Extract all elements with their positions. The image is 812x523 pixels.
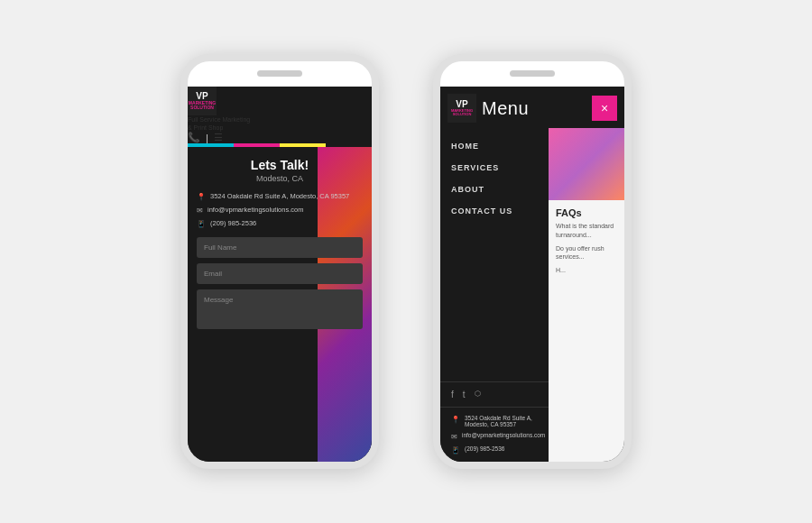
contact-subtitle: Modesto, CA (197, 174, 363, 183)
phone-text: (209) 985-2536 (210, 219, 256, 227)
contact-title: Lets Talk! (197, 158, 363, 172)
menu-right-content: FAQs What is the standard turnaround... … (549, 128, 624, 462)
phone1-logo: VP MARKETING SOLUTION (188, 87, 217, 115)
faqs-title: FAQs (556, 207, 617, 218)
close-button[interactable]: × (592, 96, 617, 121)
contact-content: Lets Talk! Modesto, CA 📍 3524 Oakdale Rd… (188, 147, 372, 462)
logo-subtitle: MARKETING SOLUTION (188, 101, 217, 110)
menu-header: VP MARKETING SOLUTION Menu × (440, 87, 624, 128)
address-row: 📍 3524 Oakdale Rd Suite A, Modesto, CA 9… (197, 192, 363, 201)
menu-contact-info: 📍 3524 Oakdale Rd Suite A, Modesto, CA 9… (440, 407, 549, 462)
phone-2: VP MARKETING SOLUTION Menu × HOME SERVIC… (433, 54, 632, 469)
instagram-icon[interactable]: ⬡ (475, 390, 481, 399)
social-icons: f t ⬡ (440, 381, 549, 407)
menu-nav: HOME SERVICES ABOUT CONTACT US f t ⬡ 📍 3… (440, 128, 549, 462)
phone-1: VP MARKETING SOLUTION Full Service Marke… (180, 54, 379, 469)
email-row: ✉ info@vpmarketingsolutions.com (197, 206, 363, 215)
menu-items: HOME SERVICES ABOUT CONTACT US (440, 128, 549, 381)
facebook-icon[interactable]: f (451, 390, 454, 399)
name-field[interactable]: Full Name (197, 237, 363, 258)
menu-address: 3524 Oakdale Rd Suite A, Modesto, CA 953… (465, 415, 538, 427)
divider: | (206, 133, 208, 143)
company-name: Full Service Marketing & Print Shop (188, 115, 372, 132)
menu-title: Menu (482, 98, 586, 119)
nav-about[interactable]: ABOUT (440, 179, 549, 200)
message-field[interactable]: Message (197, 289, 363, 329)
phone1-header: VP MARKETING SOLUTION Full Service Marke… (188, 87, 372, 143)
menu-email: info@vpmarketingsolutions.com (462, 432, 545, 438)
menu-email-row: ✉ info@vpmarketingsolutions.com (451, 432, 538, 441)
faqs-q1: What is the standard turnaround... (556, 222, 617, 240)
hero-image (549, 128, 624, 200)
menu-logo: VP MARKETING SOLUTION (448, 94, 476, 123)
nav-services[interactable]: SERVICES (440, 157, 549, 179)
menu-phone: (209) 985-2536 (465, 445, 504, 452)
faqs-q3: H... (556, 266, 617, 275)
contact-info: 📍 3524 Oakdale Rd Suite A, Modesto, CA 9… (197, 192, 363, 228)
contact-inner: Lets Talk! Modesto, CA 📍 3524 Oakdale Rd… (197, 158, 363, 329)
location-icon: 📍 (197, 193, 206, 201)
address-text: 3524 Oakdale Rd Suite A, Modesto, CA 953… (210, 192, 349, 200)
header-icons: 📞 | ☰ (188, 132, 372, 143)
menu-phone-row: 📱 (209) 985-2536 (451, 445, 538, 454)
menu-address-row: 📍 3524 Oakdale Rd Suite A, Modesto, CA 9… (451, 415, 538, 427)
email-icon: ✉ (197, 206, 203, 215)
menu-split: HOME SERVICES ABOUT CONTACT US f t ⬡ 📍 3… (440, 128, 624, 462)
mobile-icon: 📱 (197, 220, 206, 228)
faqs-q2: Do you offer rush services... (556, 244, 617, 262)
nav-home[interactable]: HOME (440, 135, 549, 157)
menu-email-icon: ✉ (451, 433, 457, 441)
menu-phone-icon: 📱 (451, 446, 460, 454)
menu-location-icon: 📍 (451, 416, 460, 424)
faqs-section: FAQs What is the standard turnaround... … (549, 200, 624, 287)
email-text: info@vpmarketingsolutions.com (208, 206, 303, 214)
twitter-icon[interactable]: t (463, 390, 466, 399)
nav-contact[interactable]: CONTACT US (440, 200, 549, 222)
email-field[interactable]: Email (197, 263, 363, 284)
phone-icon[interactable]: 📞 (188, 132, 200, 143)
hamburger-icon[interactable]: ☰ (214, 132, 223, 143)
phone-row: 📱 (209) 985-2536 (197, 219, 363, 228)
